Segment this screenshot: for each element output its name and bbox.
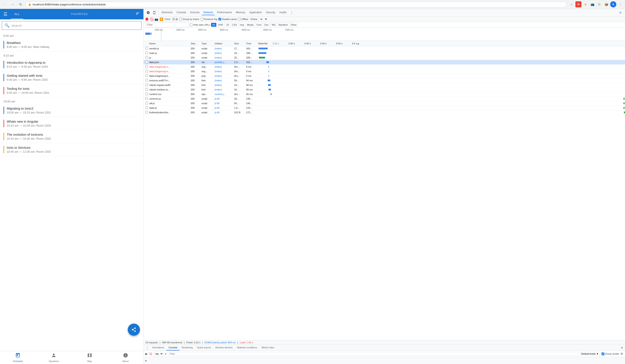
event-ionic-services[interactable]: Ionic.io Services 10:45 am — 11:00 am: R…	[0, 143, 143, 156]
bookmark-button[interactable]: ☆	[568, 1, 574, 7]
device-toolbar-button[interactable]	[152, 10, 157, 15]
more-tabs-button[interactable]: ⋮	[289, 10, 294, 15]
event-angular[interactable]: Whats new in Angular 10:15 am — 10:30 am…	[0, 117, 143, 130]
col-waterfall[interactable]: Waterfall 2.00 s 3.00 s 4.00 s 5.00 s 6.…	[257, 42, 625, 45]
row-checkbox[interactable]	[145, 61, 148, 63]
clear-button[interactable]: 🚫	[150, 17, 153, 21]
col-time[interactable]: Time	[245, 42, 257, 45]
row-checkbox[interactable]	[145, 93, 148, 95]
search-input[interactable]	[12, 24, 139, 28]
list-view-icon[interactable]: ☰	[172, 17, 175, 21]
profile-button[interactable]: A	[610, 1, 616, 7]
row-checkbox[interactable]	[145, 47, 148, 50]
group-similar-checkbox[interactable]	[601, 352, 604, 355]
tab-audits[interactable]: Audits	[278, 10, 288, 15]
event-ionic-start[interactable]: Getting started with Ionic 9:30 am — 9:4…	[0, 71, 143, 84]
cell-initiator[interactable]: js:60	[213, 111, 233, 114]
console-settings-button[interactable]: ⚙	[621, 352, 623, 356]
cell-initiator[interactable]: (index)	[213, 70, 233, 73]
extension-button-3[interactable]: G	[596, 1, 602, 7]
cell-initiator[interactable]: (index)	[213, 47, 233, 50]
timeline-area[interactable]: 1000 ms 2000 ms 3000 ms 4000 ms 5000 ms …	[144, 28, 625, 41]
cell-initiator[interactable]: (index)	[213, 79, 233, 82]
share-fab-button[interactable]	[128, 324, 140, 336]
nav-item-about[interactable]: About	[107, 351, 143, 364]
more-button[interactable]: ⋮	[617, 1, 623, 7]
row-checkbox[interactable]	[145, 52, 148, 54]
devtools-close-button[interactable]: ✕	[618, 10, 623, 15]
table-row[interactable]: data:image/png;b... 200 png (index) (fro…	[144, 74, 625, 78]
console-tab-whats-new[interactable]: What's New	[259, 345, 276, 351]
console-tab-animations[interactable]: Animations	[150, 345, 166, 351]
nav-item-speakers[interactable]: Speakers	[36, 351, 72, 364]
tab-performance[interactable]: Performance	[215, 10, 234, 15]
console-tab-network-conditions[interactable]: Network conditions	[235, 345, 259, 351]
filter-ws[interactable]: WS	[270, 23, 277, 27]
table-row[interactable]: data:image/svg+x... 200 svg... (index) (…	[144, 65, 625, 69]
filter-img[interactable]: Img	[239, 23, 245, 27]
record-button[interactable]	[145, 18, 148, 21]
console-tab-console[interactable]: Console	[166, 345, 179, 351]
nav-item-schedule[interactable]: Schedule	[0, 351, 36, 364]
forward-button[interactable]: →	[10, 1, 16, 7]
nav-item-map[interactable]: Map	[72, 351, 108, 364]
col-type[interactable]: Type	[200, 42, 213, 45]
cell-initiator[interactable]: (index)	[213, 65, 233, 68]
filter-all[interactable]: All	[211, 23, 216, 27]
cell-initiator[interactable]: js:60	[213, 102, 233, 105]
back-button[interactable]: ←	[2, 1, 8, 7]
table-row[interactable]: main.js 200 script (index) 19... 338...	[144, 51, 625, 56]
table-row[interactable]: content.css 200 styl... content.j... (fr…	[144, 92, 625, 97]
cell-initiator[interactable]: js:60	[213, 106, 233, 110]
console-tab-more-button[interactable]: ⋮	[145, 345, 150, 351]
row-checkbox[interactable]	[145, 106, 148, 109]
table-row[interactable]: util.js 200 script js:60 50... 146...	[144, 101, 625, 106]
cell-initiator[interactable]: (index)	[213, 88, 233, 91]
tab-memory[interactable]: Memory	[234, 10, 247, 15]
disable-cache-checkbox[interactable]	[219, 18, 221, 20]
extension-button-1[interactable]: M	[575, 1, 582, 7]
filter-manifest[interactable]: Manifest	[277, 23, 289, 27]
row-checkbox[interactable]	[145, 65, 148, 68]
filter-xhr[interactable]: XHR	[217, 23, 224, 27]
row-checkbox[interactable]	[145, 79, 148, 82]
top-context-select[interactable]: top	[154, 352, 163, 356]
row-checkbox[interactable]	[145, 56, 148, 59]
preserve-log-checkbox[interactable]	[201, 18, 203, 20]
row-checkbox[interactable]	[145, 97, 148, 100]
default-levels-button[interactable]: Default levels ▼	[580, 352, 600, 356]
cell-initiator[interactable]: (index)	[213, 74, 233, 78]
filter-other[interactable]: Other	[289, 23, 298, 27]
tab-elements[interactable]: Elements	[160, 10, 174, 15]
tab-favorites[interactable]: FAVORITES	[68, 9, 92, 19]
table-row[interactable]: data:image/svg+x... 200 svg... (index) (…	[144, 69, 625, 74]
cell-initiator[interactable]: (index)	[213, 51, 233, 55]
table-row[interactable]: data.json 200 xhr polyfills.j... 2.3... …	[144, 60, 625, 65]
console-tab-remote-devices[interactable]: Remote devices	[213, 345, 235, 351]
filter-doc[interactable]: Doc	[263, 23, 270, 27]
cast-button[interactable]: 📺	[589, 1, 595, 7]
dom-content-loaded[interactable]: DOMContentLoaded: 804 ms	[205, 341, 236, 344]
col-size[interactable]: Size	[233, 42, 245, 45]
row-checkbox[interactable]	[145, 70, 148, 72]
event-appcamp[interactable]: Introduction to Appcamp.io 9:15 am — 9:3…	[0, 58, 143, 71]
inspect-button[interactable]	[145, 10, 151, 15]
console-filter-input[interactable]	[168, 352, 578, 356]
table-row[interactable]: ionicons.woff2?v=... 200 font (index) 59…	[144, 78, 625, 83]
table-row[interactable]: js 200 script (index) 25... 339...	[144, 56, 625, 60]
filter-button[interactable]: 🔽	[159, 17, 163, 21]
table-row[interactable]: roboto-regular.woff2 200 font (index) 10…	[144, 83, 625, 87]
console-tab-close-button[interactable]: ✕	[620, 345, 624, 350]
event-ionicons[interactable]: The evolution of Ionicons 10:15 am — 10:…	[0, 130, 143, 143]
cell-initiator[interactable]: (index)	[213, 83, 233, 87]
console-tab-rendering[interactable]: Rendering	[180, 345, 195, 351]
offline-checkbox[interactable]	[238, 18, 241, 20]
console-back-icon[interactable]: ▶	[145, 352, 148, 356]
dropdown-arrow-icon[interactable]: ▼	[165, 353, 167, 355]
extension-button-2[interactable]: ★	[582, 1, 589, 7]
filter-css[interactable]: CSS	[231, 23, 238, 27]
table-row[interactable]: AuthenticationSer... 200 script js:60 10…	[144, 110, 625, 115]
filter-input[interactable]	[145, 22, 189, 27]
grid-view-icon[interactable]: ⊞	[175, 17, 178, 21]
event-tooling[interactable]: Tooling for Ionic 9:45 am — 10:00 am: Ro…	[0, 84, 143, 97]
